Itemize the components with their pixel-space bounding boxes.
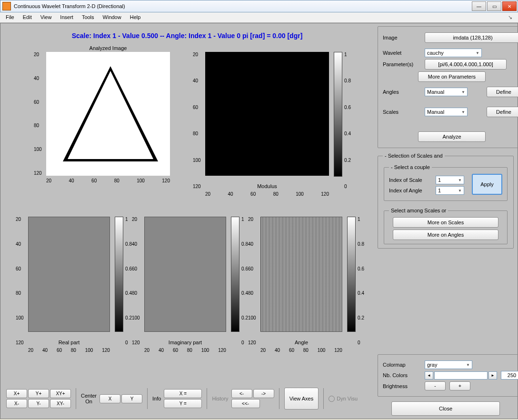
xplus-button[interactable]: X+ — [6, 389, 27, 398]
params-label: Parameter(s) — [383, 61, 421, 67]
angle-colorbar — [347, 217, 356, 332]
angles-define-button[interactable]: Define — [487, 87, 518, 97]
scales-label: Scales — [383, 109, 421, 115]
nbcolors-slider[interactable]: ◄► — [425, 371, 497, 380]
apply-button[interactable]: Apply — [472, 174, 502, 195]
yminus-button[interactable]: Y- — [28, 399, 49, 408]
modulus-yticks: 20406080100120 — [193, 52, 201, 189]
minimize-button[interactable]: — — [472, 1, 486, 11]
analyzed-image-plot — [46, 52, 170, 176]
info-x-button[interactable]: X = — [164, 389, 202, 398]
wavelet-label: Wavelet — [383, 50, 421, 56]
index-angle-label: Index of Angle — [389, 188, 432, 193]
history-back-button[interactable]: <- — [231, 389, 252, 398]
imag-part-plot — [144, 217, 226, 332]
xminus-button[interactable]: X- — [6, 399, 27, 408]
imag-colorbar — [231, 217, 239, 332]
menu-help[interactable]: Help — [130, 14, 141, 20]
view-axes-button[interactable]: View Axes — [284, 388, 319, 410]
real-part-plot — [28, 217, 110, 332]
wavelet-dropdown[interactable]: cauchy▼ — [425, 49, 482, 57]
menu-edit[interactable]: Edit — [23, 14, 32, 20]
index-scale-dropdown[interactable]: 1▼ — [436, 176, 464, 184]
menu-file[interactable]: File — [6, 14, 14, 20]
real-colorbar — [115, 217, 123, 332]
select-among-legend: Select among Scales or — [389, 208, 448, 213]
angles-label: Angles — [383, 89, 421, 95]
image-label: Image — [383, 35, 421, 40]
analyze-button[interactable]: Analyze — [418, 131, 486, 142]
nbcolors-label: Nb. Colors — [383, 372, 421, 378]
real-xlabel: Real part — [28, 332, 110, 345]
modulus-xticks: 20406080100120 — [205, 191, 329, 197]
info-y-button[interactable]: Y = — [164, 399, 202, 408]
image-value-button[interactable]: imdata (128,128) — [425, 32, 518, 43]
analyzed-title: Analyzed Image — [46, 45, 170, 52]
index-angle-dropdown[interactable]: 1▼ — [436, 186, 464, 195]
header-text: Scale: Index 1 - Value 0.500 -- Angle: I… — [3, 26, 371, 45]
app-icon — [2, 2, 11, 10]
menu-tools[interactable]: Tools — [82, 14, 94, 20]
history-undo-button[interactable]: <<- — [231, 399, 260, 408]
brightness-minus-button[interactable]: - — [425, 381, 446, 390]
angles-dropdown[interactable]: Manual▼ — [425, 88, 468, 96]
modulus-colorbar — [334, 52, 342, 177]
close-window-button[interactable]: ✕ — [502, 1, 517, 11]
close-button[interactable]: Close — [391, 401, 500, 416]
params-button[interactable]: [pi/6,4.000,4.000,1.000] — [425, 59, 507, 70]
selection-title: - Selection of Scales and — [383, 153, 445, 159]
brightness-label: Brightness — [383, 383, 421, 389]
dyn-visu-radio: Dyn Visu — [329, 396, 358, 402]
center-x-button[interactable]: X — [100, 394, 120, 403]
maximize-button[interactable]: ▭ — [487, 1, 501, 11]
center-on-label: Center On — [81, 393, 97, 404]
more-params-button[interactable]: More on Parameters — [418, 71, 486, 82]
menu-view[interactable]: View — [40, 14, 52, 20]
colormap-dropdown[interactable]: gray▼ — [425, 360, 472, 369]
select-couple-legend: - Select a couple — [389, 164, 432, 170]
info-label: Info — [152, 396, 161, 401]
angle-xlabel: Angle — [260, 332, 342, 345]
colormap-label: Colormap — [383, 362, 421, 368]
menu-window[interactable]: Window — [103, 14, 121, 20]
angle-plot — [260, 217, 342, 332]
index-scale-label: Index of Scale — [389, 177, 432, 183]
xyplus-button[interactable]: XY+ — [50, 389, 71, 398]
menu-insert[interactable]: Insert — [60, 14, 73, 20]
xyminus-button[interactable]: XY- — [50, 399, 71, 408]
scales-dropdown[interactable]: Manual▼ — [425, 108, 468, 116]
analyzed-yticks: 20406080100120 — [34, 52, 42, 176]
modulus-xlabel: Modulus — [205, 176, 329, 189]
window-title: Continuous Wavelet Transform 2-D (Direct… — [13, 3, 471, 9]
more-angles-button[interactable]: More on Angles — [393, 230, 498, 240]
yplus-button[interactable]: Y+ — [28, 389, 49, 398]
scales-define-button[interactable]: Define — [487, 107, 518, 117]
nbcolors-value[interactable]: 250 — [501, 371, 518, 380]
brightness-plus-button[interactable]: + — [449, 381, 470, 390]
imag-xlabel: Imaginary part — [144, 332, 226, 345]
center-y-button[interactable]: Y — [121, 394, 142, 403]
modulus-plot — [205, 52, 329, 176]
history-label: History — [212, 396, 228, 401]
more-scales-button[interactable]: More on Scales — [393, 217, 498, 228]
analyzed-xticks: 20406080100120 — [46, 178, 170, 183]
history-fwd-button[interactable]: -> — [253, 389, 274, 398]
dock-icon[interactable]: ↘ — [508, 14, 512, 20]
